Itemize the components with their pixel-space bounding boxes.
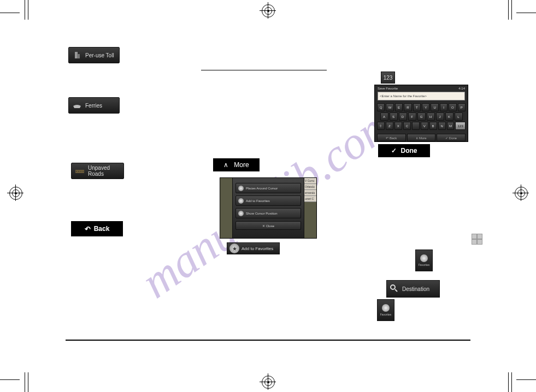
destination-label: Destination <box>402 286 429 292</box>
key[interactable]: G <box>417 112 426 121</box>
pin-icon <box>382 304 390 312</box>
key[interactable]: I <box>440 103 447 111</box>
reg-mark-left <box>9 187 21 199</box>
svg-line-5 <box>395 289 397 292</box>
reg-mark-bottom <box>262 376 274 388</box>
key-123[interactable]: 123 <box>455 122 466 130</box>
separator-line <box>201 70 327 70</box>
unpaved-icon <box>75 167 85 175</box>
key[interactable]: S <box>390 112 398 121</box>
favorites-tile-2[interactable]: Favorites <box>377 299 394 321</box>
add-to-favorites-button[interactable]: ★ Add to Favorites <box>227 242 280 254</box>
unpaved-roads-button[interactable]: Unpaved Roads <box>71 163 124 179</box>
key[interactable]: Y <box>422 103 429 111</box>
pin-icon <box>420 254 428 262</box>
kb-time: 4:14 <box>458 87 465 90</box>
key[interactable]: E <box>395 103 403 111</box>
kb-done-button[interactable]: ✓ Done <box>437 134 466 141</box>
favorites-tile-2-label: Favorites <box>380 313 392 316</box>
popup-row[interactable]: Places Around Cursor <box>235 183 301 193</box>
key[interactable]: R <box>404 103 411 111</box>
reg-mark-top <box>262 4 274 16</box>
key[interactable]: H <box>427 112 435 121</box>
back-button[interactable]: ↶ Back <box>71 221 123 236</box>
kb-title: Save Favorite <box>378 87 398 90</box>
key[interactable]: T <box>413 103 421 111</box>
done-label: Done <box>401 147 417 155</box>
key[interactable]: C <box>403 122 411 130</box>
key[interactable]: B <box>429 122 437 130</box>
favorites-tile-1[interactable]: Favorites <box>415 250 433 271</box>
ferries-button[interactable]: Ferries <box>68 97 120 114</box>
more-label: More <box>234 161 249 169</box>
key[interactable]: Q <box>377 103 385 111</box>
check-icon: ✓ <box>391 147 397 155</box>
back-label: Back <box>94 225 110 233</box>
key-shift[interactable]: ⇧ <box>377 122 385 130</box>
svg-point-4 <box>391 285 395 289</box>
123-badge: 123 <box>381 72 395 84</box>
page-bottom-rule <box>66 340 470 341</box>
per-use-toll-label: Per-use Toll <box>85 52 114 58</box>
key[interactable]: K <box>445 112 453 121</box>
key[interactable]: P <box>458 103 466 111</box>
more-button[interactable]: ∧ More <box>213 158 260 171</box>
keyboard-screenshot: Save Favorite 4:14 <Enter a Name for the… <box>374 85 468 142</box>
kb-row3: ⇧ Z X C V B N M 123 <box>377 122 466 130</box>
kb-row1: Q W E R T Y U I O P <box>377 103 466 111</box>
kb-back-button[interactable]: ↶ Back <box>377 134 406 141</box>
key[interactable]: M <box>447 122 455 130</box>
destination-button[interactable]: Destination <box>386 280 440 298</box>
popup-row[interactable]: Add to Favorites <box>235 195 301 206</box>
key[interactable]: V <box>421 122 428 130</box>
key[interactable]: O <box>449 103 456 111</box>
search-icon <box>390 284 399 294</box>
kb-more-button[interactable]: ∧ More <box>407 134 436 141</box>
key[interactable] <box>412 122 420 130</box>
star-icon: ★ <box>229 243 239 253</box>
popup-close[interactable]: ✕ Close <box>235 221 301 230</box>
per-use-toll-button[interactable]: Per-use Toll <box>68 47 120 63</box>
svg-rect-1 <box>77 54 80 58</box>
ferries-label: Ferries <box>85 103 102 109</box>
key[interactable]: W <box>386 103 393 111</box>
key[interactable]: D <box>399 112 407 121</box>
key[interactable]: L <box>455 112 463 121</box>
add-fav-label: Add to Favorites <box>242 246 273 251</box>
popup-row[interactable]: Show Cursor Position <box>235 208 301 218</box>
map-popup-screenshot: Places Around Cursor Add to Favorites Sh… <box>220 177 317 239</box>
reg-mark-right <box>515 187 527 199</box>
kb-row2: A S D F G H J K L <box>377 112 466 121</box>
key[interactable]: U <box>431 103 438 111</box>
key[interactable]: Z <box>386 122 393 130</box>
toll-icon <box>72 51 82 60</box>
key[interactable]: X <box>394 122 402 130</box>
key[interactable]: J <box>436 112 444 121</box>
grid-icon <box>472 234 482 245</box>
unpaved-label: Unpaved Roads <box>88 165 123 177</box>
kb-input-field[interactable]: <Enter a Name for the Favorite> <box>378 92 465 100</box>
chevron-up-icon: ∧ <box>223 161 228 169</box>
done-button[interactable]: ✓ Done <box>378 144 430 157</box>
key[interactable]: A <box>380 112 388 121</box>
key[interactable]: F <box>408 112 416 121</box>
key[interactable]: N <box>438 122 446 130</box>
favorites-tile-1-label: Favorites <box>419 263 430 266</box>
ferry-icon <box>72 102 82 109</box>
return-icon: ↶ <box>85 225 91 233</box>
